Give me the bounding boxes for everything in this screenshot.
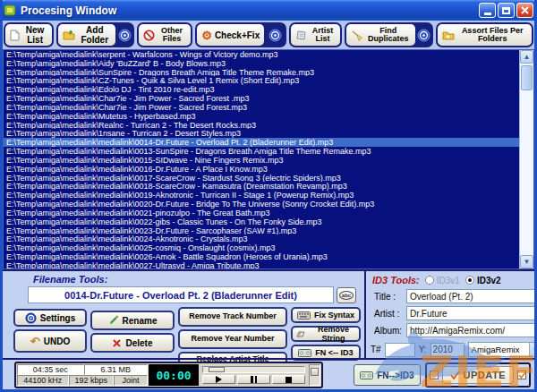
add-folder-button[interactable]: Add Folder bbox=[58, 24, 115, 46]
album-field[interactable] bbox=[406, 323, 537, 337]
remove-string-button[interactable]: Remove String bbox=[291, 326, 361, 342]
radio-id3v1[interactable]: ID3v1 bbox=[425, 276, 460, 285]
scroll-up-button[interactable]: ▲ bbox=[520, 50, 533, 64]
check-fix-button[interactable]: ⚙ Check+Fix bbox=[197, 24, 264, 46]
list-item[interactable]: E:\Temp\amiga\medialink\medialink\0016-D… bbox=[4, 165, 519, 174]
list-item[interactable]: E:\Temp\amiga\medialink\Mutetus - Hyperb… bbox=[4, 112, 519, 121]
fix-syntax-button[interactable]: Fix Syntax bbox=[291, 307, 361, 323]
track-year-genre-row: T# Y: AmigaRemix ▼ bbox=[371, 342, 537, 357]
vertical-scrollbar[interactable]: ▲ ▼ bbox=[519, 50, 533, 268]
list-item[interactable]: E:\Temp\amiga\medialink\serpent - Warfal… bbox=[4, 50, 519, 59]
year-label: Y: bbox=[419, 345, 427, 354]
stop-button[interactable] bbox=[272, 375, 305, 384]
list-item[interactable]: E:\Temp\amiga\medialink\medialink\0018-S… bbox=[4, 182, 519, 191]
volume-slider-handle[interactable] bbox=[311, 368, 319, 376]
id3-tools-panel: ID3 Tools: ID3v1 ID3v2 Title : Artist : bbox=[366, 271, 537, 358]
abc-icon: abc bbox=[339, 291, 354, 300]
list-item[interactable]: E:\Temp\amiga\medialink\CZ-Tunes - Quik … bbox=[4, 76, 519, 85]
list-item[interactable]: E:\Temp\amiga\medialink\medialink\0026-A… bbox=[4, 252, 519, 261]
volume-slider[interactable] bbox=[309, 364, 320, 386]
play-button[interactable] bbox=[202, 375, 235, 384]
channel-mode-value: Joint bbox=[114, 375, 148, 386]
album-row: Album: bbox=[371, 323, 537, 337]
genre-value: AmigaRemix bbox=[469, 345, 529, 354]
list-item-selected[interactable]: E:\Temp\amiga\medialink\medialink\0014-D… bbox=[4, 138, 519, 147]
toolbar-group-add-folder: Add Folder bbox=[56, 22, 133, 47]
genre-dropdown[interactable]: AmigaRemix ▼ bbox=[468, 342, 537, 357]
list-item[interactable]: E:\Temp\amiga\medialink\medialink\0024-A… bbox=[4, 234, 519, 243]
target-icon bbox=[118, 29, 132, 42]
list-item[interactable]: E:\Temp\amiga\medialink\medialink\0015-S… bbox=[4, 156, 519, 165]
remove-track-number-button[interactable]: Remove Track Number bbox=[178, 307, 287, 327]
seek-slider[interactable] bbox=[202, 366, 305, 373]
list-item[interactable]: E:\Temp\amiga\medialink\medialink\0027-U… bbox=[4, 261, 519, 268]
file-list-container: E:\Temp\amiga\medialink\serpent - Warfal… bbox=[3, 49, 534, 269]
track-number-field[interactable] bbox=[385, 343, 415, 357]
update-left-checkbox[interactable] bbox=[430, 371, 439, 379]
year-field[interactable] bbox=[430, 343, 465, 357]
settings-target-icon bbox=[25, 312, 37, 324]
undo-arrow-icon: ↶ bbox=[30, 336, 40, 347]
filesize-value: 6.31 MB bbox=[84, 364, 148, 375]
update-button[interactable]: UPDATE bbox=[442, 366, 514, 384]
button-label: Remove Track Number bbox=[189, 312, 277, 320]
list-item[interactable]: E:\Temp\amiga\medialink\Char7ie - Jim Po… bbox=[4, 94, 519, 103]
list-item[interactable]: E:\Temp\amiga\medialink\medialink\0020-D… bbox=[4, 200, 519, 209]
play-icon bbox=[216, 376, 222, 383]
remove-year-number-button[interactable]: Remove Year Number bbox=[178, 329, 287, 349]
assort-files-button[interactable]: Assort Files Per Folders bbox=[438, 24, 532, 46]
list-item[interactable]: E:\Temp\amiga\medialink\Aidy 'BuZZard' B… bbox=[4, 59, 519, 68]
title-label: Title : bbox=[371, 292, 406, 302]
track-number-label: T# bbox=[371, 345, 381, 354]
new-list-button[interactable]: New List bbox=[5, 24, 52, 46]
list-item[interactable]: E:\Temp\amiga\medialink\medialink\0022-g… bbox=[4, 217, 519, 226]
album-label: Album: bbox=[371, 326, 406, 336]
toolbar: New List Add Folder Other Files bbox=[3, 21, 534, 49]
title-field[interactable] bbox=[406, 289, 537, 303]
gear-icon: ⚙ bbox=[201, 30, 212, 41]
other-files-button[interactable]: Other Files bbox=[139, 24, 192, 46]
rename-button[interactable]: Rename bbox=[90, 311, 175, 330]
filename-buttons-grid: Settings ↶ UNDO Rename bbox=[13, 307, 361, 365]
scrollbar-thumb[interactable] bbox=[521, 65, 533, 90]
settings-button[interactable]: Settings bbox=[13, 309, 87, 327]
list-item[interactable]: E:\Temp\amiga\medialink\medialink\0025-c… bbox=[4, 243, 519, 252]
list-item[interactable]: E:\Temp\amiga\medialink\1nsane - Turrica… bbox=[4, 129, 519, 138]
list-item[interactable]: E:\Temp\amiga\medialink\SunSpire - Drago… bbox=[4, 68, 519, 77]
list-item[interactable]: E:\Temp\amiga\medialink\medialink\0019-A… bbox=[4, 191, 519, 200]
app-icon bbox=[4, 4, 17, 17]
minimize-button[interactable] bbox=[479, 3, 496, 18]
update-right-checkbox[interactable] bbox=[517, 371, 526, 379]
add-folder-options-button[interactable] bbox=[117, 24, 132, 46]
list-item[interactable]: E:\Temp\amiga\medialink\medialink\0017-S… bbox=[4, 174, 519, 183]
titlebar: Procesing Window bbox=[0, 0, 537, 21]
list-item[interactable]: E:\Temp\amiga\medialink\Char7ie - Jim Po… bbox=[4, 103, 519, 112]
seek-slider-handle[interactable] bbox=[209, 367, 225, 372]
toolbar-group-artist-list: Artist List bbox=[289, 22, 342, 47]
list-item[interactable]: E:\Temp\amiga\medialink\medialink\0013-S… bbox=[4, 147, 519, 156]
check-fix-options-button[interactable] bbox=[266, 24, 285, 46]
fn-to-id3-button[interactable]: FN-->ID3 bbox=[354, 364, 420, 386]
assort-folder-icon bbox=[442, 30, 455, 40]
eraser-icon bbox=[294, 330, 306, 338]
find-duplicates-button[interactable]: Find Duplicates bbox=[346, 24, 415, 46]
time-lcd: 00:00 bbox=[149, 364, 199, 386]
delete-button[interactable]: Delete bbox=[90, 333, 175, 353]
list-item[interactable]: E:\Temp\amiga\medialink\Edolo DJ - Tint … bbox=[4, 85, 519, 94]
scroll-down-button[interactable]: ▼ bbox=[520, 255, 533, 268]
pause-button[interactable] bbox=[237, 375, 270, 384]
list-item[interactable]: E:\Temp\amiga\medialink\medialink\0023-D… bbox=[4, 226, 519, 235]
close-button[interactable] bbox=[516, 3, 533, 18]
artist-field[interactable] bbox=[406, 306, 537, 320]
radio-id3v2[interactable]: ID3v2 bbox=[465, 276, 501, 285]
list-item[interactable]: E:\Temp\amiga\medialink\medialink\0021-p… bbox=[4, 209, 519, 217]
find-duplicates-options-button[interactable] bbox=[417, 24, 432, 46]
maximize-button[interactable] bbox=[498, 3, 515, 18]
pause-icon bbox=[251, 376, 257, 383]
undo-button[interactable]: ↶ UNDO bbox=[13, 329, 87, 353]
list-item[interactable]: E:\Temp\amiga\medialink\Realnc - Turrica… bbox=[4, 121, 519, 130]
artist-label: Artist : bbox=[371, 309, 406, 319]
spellcheck-button[interactable]: abc bbox=[337, 287, 356, 303]
artist-list-button[interactable]: Artist List bbox=[291, 24, 340, 46]
filename-input[interactable] bbox=[28, 286, 334, 303]
